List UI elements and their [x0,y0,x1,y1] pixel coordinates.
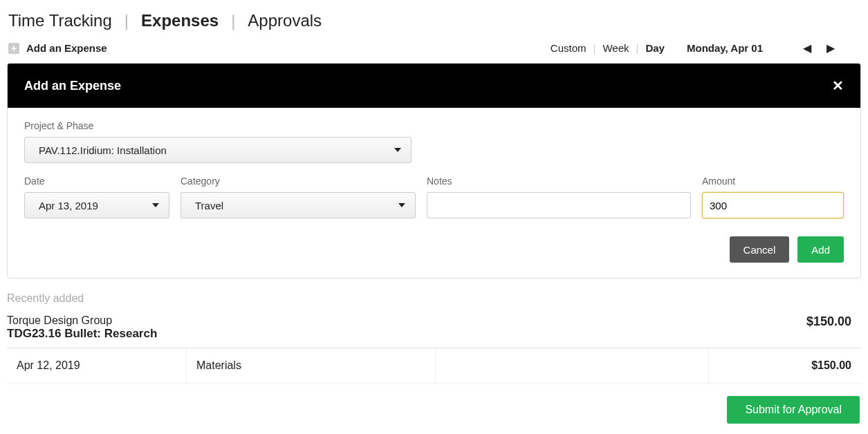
project-select[interactable]: PAV.112.Iridium: Installation [24,137,412,163]
modal-body: Project & Phase PAV.112.Iridium: Install… [8,108,860,278]
row-amount: $150.00 [709,348,861,383]
range-custom[interactable]: Custom [551,42,587,54]
divider: | [593,42,596,54]
category-label: Category [181,176,416,187]
divider: | [231,11,235,30]
tab-expenses[interactable]: Expenses [141,11,219,30]
recent-company: Torque Design Group [7,314,157,327]
project-select-value: PAV.112.Iridium: Installation [39,144,167,156]
add-expense-link[interactable]: + Add an Expense [8,42,107,54]
category-select-value: Travel [195,200,223,211]
add-expense-modal: Add an Expense ✕ Project & Phase PAV.112… [7,63,861,279]
cancel-button[interactable]: Cancel [730,236,790,263]
add-button[interactable]: Add [797,236,844,263]
notes-input[interactable] [427,192,691,218]
amount-input[interactable] [702,192,844,218]
recent-total: $150.00 [806,314,851,329]
date-label: Date [24,176,169,187]
current-date-label: Monday, Apr 01 [687,42,763,54]
recently-added-title: Recently added [7,292,861,305]
toolbar-right: Custom | Week | Day Monday, Apr 01 ◀ ▶ [551,41,858,55]
range-group: Custom | Week | Day [551,42,665,54]
row-notes [436,348,709,383]
range-day[interactable]: Day [645,42,665,54]
modal-header: Add an Expense ✕ [8,64,860,108]
divider: | [636,42,639,54]
top-nav-tabs: Time Tracking | Expenses | Approvals [7,7,861,37]
add-expense-label: Add an Expense [26,42,107,54]
notes-label: Notes [427,176,691,187]
chevron-down-icon [394,148,401,152]
row-date: Apr 12, 2019 [7,348,187,383]
range-week[interactable]: Week [602,42,629,54]
project-label: Project & Phase [24,120,844,131]
divider: | [124,11,129,30]
tab-approvals[interactable]: Approvals [248,11,322,30]
date-select[interactable]: Apr 13, 2019 [24,192,169,218]
amount-label: Amount [702,176,844,187]
category-select[interactable]: Travel [181,192,416,218]
chevron-down-icon [398,203,405,207]
submit-for-approval-button[interactable]: Submit for Approval [727,396,860,424]
table-row[interactable]: Apr 12, 2019 Materials $150.00 [7,348,861,384]
modal-title: Add an Expense [24,79,121,93]
chevron-down-icon [152,203,159,207]
recent-project: TDG23.16 Bullet: Research [7,327,157,341]
tab-time-tracking[interactable]: Time Tracking [8,11,112,30]
row-category: Materials [187,348,436,383]
date-select-value: Apr 13, 2019 [39,200,98,211]
next-arrow-icon[interactable]: ▶ [824,41,838,55]
plus-icon: + [8,43,19,54]
toolbar: + Add an Expense Custom | Week | Day Mon… [7,37,861,63]
prev-arrow-icon[interactable]: ◀ [800,41,814,55]
close-icon[interactable]: ✕ [832,77,844,94]
recent-group-header: Torque Design Group TDG23.16 Bullet: Res… [7,312,861,348]
